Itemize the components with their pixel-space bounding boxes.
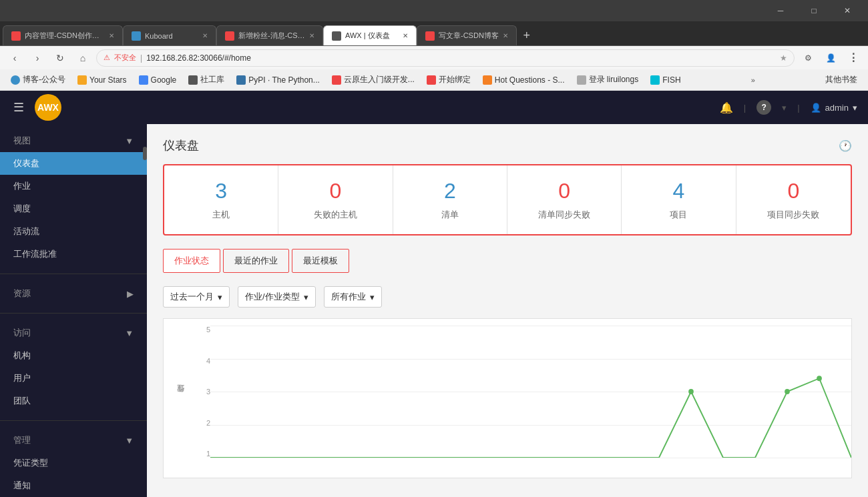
tab-close-2[interactable]: ✕ (202, 32, 208, 39)
sidebar-section-view-header[interactable]: 视图 ▼ (0, 129, 147, 152)
page-title: 仪表盘 (163, 137, 199, 153)
sidebar-item-org[interactable]: 机构 (0, 344, 147, 367)
back-button[interactable]: ‹ (5, 49, 24, 67)
sidebar-item-dashboard-label: 仪表盘 (13, 157, 39, 169)
notification-icon[interactable]: 🔔 (720, 101, 733, 114)
chart-svg (210, 326, 851, 458)
job-filter-label: 所有作业 (331, 291, 366, 303)
stat-inventory-sync-value: 0 (518, 179, 610, 203)
sidebar-item-dashboard[interactable]: 仪表盘 (0, 152, 147, 175)
sidebar-section-access-header[interactable]: 访问 ▼ (0, 322, 147, 344)
stat-card-hosts[interactable]: 3 主机 (164, 165, 278, 234)
stat-card-project-sync-fail[interactable]: 0 项目同步失败 (736, 165, 851, 234)
tab-recent-templates[interactable]: 最近模板 (292, 249, 349, 273)
sidebar-item-teams-label: 团队 (13, 395, 31, 407)
time-filter[interactable]: 过去一个月 ▾ (163, 286, 230, 308)
history-icon[interactable]: 🕐 (839, 139, 852, 152)
bookmark-hot[interactable]: Hot Questions - S... (477, 73, 570, 87)
stat-card-inventory[interactable]: 2 清单 (393, 165, 507, 234)
username-text: admin (825, 103, 849, 113)
home-button[interactable]: ⌂ (73, 49, 92, 67)
sidebar-scrollbar (143, 147, 147, 160)
bookmark-sgk[interactable]: 社工库 (183, 72, 230, 87)
sidebar-section-admin-chevron: ▼ (125, 436, 134, 446)
bookmark-star-icon[interactable]: ★ (780, 53, 787, 63)
page-header: 仪表盘 🕐 (163, 137, 852, 153)
tab-close-5[interactable]: ✕ (503, 32, 508, 39)
more-bookmarks-button[interactable]: » (747, 74, 759, 86)
bookmark-pypi[interactable]: PyPI · The Python... (231, 73, 325, 87)
time-filter-label: 过去一个月 (170, 291, 214, 303)
bookmark-other[interactable]: 其他书签 (820, 72, 863, 87)
bookmark-cloud[interactable]: 云原生入门级开发... (327, 72, 420, 87)
sidebar-item-jobs[interactable]: 作业 (0, 175, 147, 197)
job-type-filter[interactable]: 作业/作业类型 ▾ (238, 286, 316, 308)
bookmark-stars[interactable]: Your Stars (72, 73, 132, 87)
sidebar-section-resources-header[interactable]: 资源 ▶ (0, 282, 147, 305)
maximize-button[interactable]: □ (799, 0, 829, 21)
nav-divider-3: | (797, 103, 799, 113)
bookmark-fish[interactable]: FISH (645, 73, 686, 87)
stats-grid: 3 主机 0 失败的主机 2 清单 0 清单同步 (163, 164, 852, 235)
nav-divider-1: | (744, 103, 746, 113)
browser-tab-4[interactable]: AWX | 仪表盘 ✕ (323, 25, 417, 45)
stat-projects-value: 4 (632, 179, 724, 203)
stat-hosts-value: 3 (175, 179, 267, 203)
help-icon[interactable]: ? (756, 100, 771, 115)
stat-card-inventory-sync-fail[interactable]: 0 清单同步失败 (507, 165, 622, 234)
bookmark-login[interactable]: 登录 liruilongs (572, 72, 644, 87)
nav-divider-2: ▾ (782, 103, 787, 113)
tab-close-4[interactable]: ✕ (403, 32, 408, 39)
bookmark-blog[interactable]: 博客-公众号 (5, 72, 71, 87)
extensions-button[interactable]: ⚙ (799, 49, 817, 67)
y-tick-4: 4 (197, 357, 210, 365)
browser-tab-1[interactable]: 内容管理-CSDN创作中心 ✕ (3, 25, 123, 45)
stat-card-projects[interactable]: 4 项目 (622, 165, 736, 234)
sidebar-divider-3 (0, 420, 147, 421)
tab-favicon-1 (11, 31, 21, 41)
bookmark-google[interactable]: Google (134, 73, 182, 87)
sidebar-item-notifications[interactable]: 通知 (0, 474, 147, 497)
reload-button[interactable]: ↻ (51, 49, 69, 67)
sidebar-item-users-label: 用户 (13, 372, 31, 384)
user-menu[interactable]: 👤 admin ▾ (811, 103, 857, 113)
sidebar-item-workflow-approval[interactable]: 工作流批准 (0, 243, 147, 266)
browser-tab-2[interactable]: Kuboard ✕ (123, 25, 216, 45)
sidebar-divider-2 (0, 313, 147, 314)
sidebar-section-access-label: 访问 (13, 327, 31, 339)
sidebar-item-activity[interactable]: 活动流 (0, 220, 147, 243)
address-bar: ‹ › ↻ ⌂ ⚠ 不安全 | 192.168.26.82:30066/#/ho… (0, 45, 868, 69)
sidebar-section-admin-header[interactable]: 管理 ▼ (0, 429, 147, 452)
sidebar-item-schedules[interactable]: 调度 (0, 197, 147, 220)
minimize-button[interactable]: ─ (765, 0, 796, 21)
tab-recent-jobs[interactable]: 最近的作业 (223, 249, 289, 273)
bookmark-bind[interactable]: 开始绑定 (421, 72, 476, 87)
bookmark-label-stars: Your Stars (89, 75, 127, 85)
sidebar-item-users[interactable]: 用户 (0, 367, 147, 390)
new-tab-button[interactable]: + (517, 25, 537, 45)
browser-tab-3[interactable]: 新增粉丝-消息-CSDN ✕ (216, 25, 323, 45)
bookmark-icon-bind (427, 75, 436, 85)
sidebar-item-credential-types[interactable]: 凭证类型 (0, 452, 147, 474)
tab-close-1[interactable]: ✕ (109, 32, 114, 39)
close-button[interactable]: ✕ (832, 0, 863, 21)
chart-filters: 过去一个月 ▾ 作业/作业类型 ▾ 所有作业 ▾ (163, 286, 852, 308)
time-filter-chevron: ▾ (218, 292, 222, 302)
bookmark-icon-login (577, 75, 586, 85)
chart-dot-2 (785, 389, 790, 394)
job-filter[interactable]: 所有作业 ▾ (324, 286, 382, 308)
top-nav-right: 🔔 | ? ▾ | 👤 admin ▾ (720, 100, 857, 115)
browser-tab-5[interactable]: 写文章-CSDN博客 ✕ (417, 25, 517, 45)
menu-button[interactable]: ⋮ (844, 49, 863, 67)
bookmark-label-bind: 开始绑定 (439, 74, 471, 85)
tab-job-status[interactable]: 作业状态 (163, 249, 220, 273)
grid-line-1 (210, 458, 851, 458)
sidebar-section-admin-label: 管理 (13, 434, 31, 446)
tab-close-3[interactable]: ✕ (309, 32, 314, 39)
sidebar-item-teams[interactable]: 团队 (0, 390, 147, 412)
url-input[interactable]: ⚠ 不安全 | 192.168.26.82:30066/#/home ★ (96, 49, 795, 67)
profile-button[interactable]: 👤 (821, 49, 840, 67)
stat-card-failed-hosts[interactable]: 0 失败的主机 (278, 165, 393, 234)
forward-button[interactable]: › (28, 49, 47, 67)
hamburger-button[interactable]: ☰ (11, 97, 27, 117)
